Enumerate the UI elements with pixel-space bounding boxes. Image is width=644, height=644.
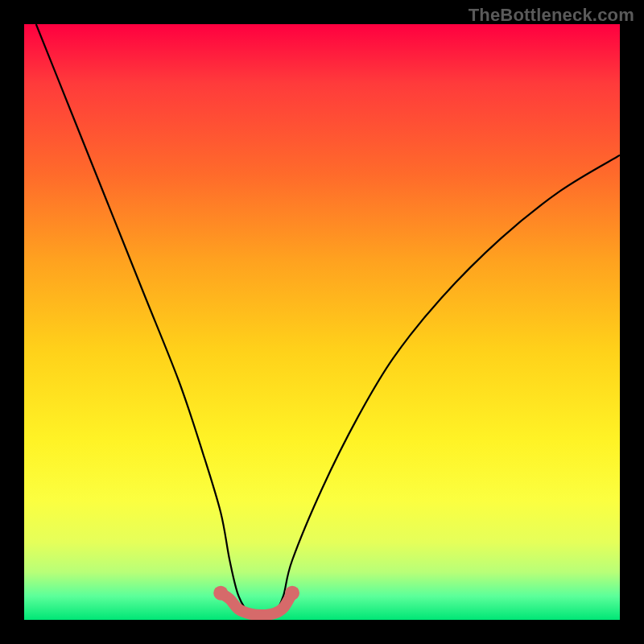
bottleneck-curve <box>36 24 620 616</box>
curve-layer <box>24 24 620 620</box>
plot-area <box>24 24 620 620</box>
watermark-text: TheBottleneck.com <box>469 5 634 26</box>
bad-zone-curve <box>221 593 292 615</box>
bad-zone-marker-right <box>285 586 299 601</box>
chart-frame: TheBottleneck.com <box>0 0 644 644</box>
bad-zone-marker-left <box>213 586 228 601</box>
